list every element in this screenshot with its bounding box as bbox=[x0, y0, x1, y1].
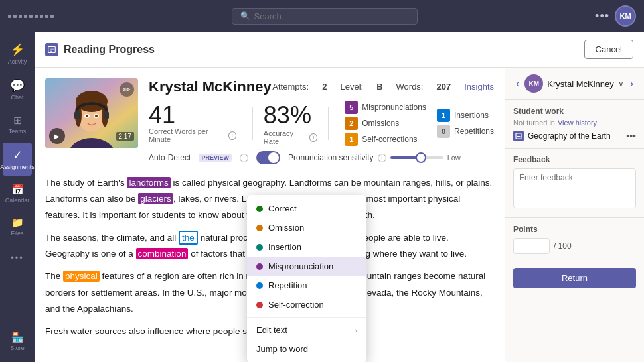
words-value: 207 bbox=[436, 82, 451, 91]
points-label: Points bbox=[513, 225, 636, 234]
top-bar-right: ••• KM bbox=[595, 5, 636, 27]
sidebar-item-more[interactable]: ••• bbox=[3, 247, 32, 268]
points-row: / 100 bbox=[513, 238, 636, 254]
video-overlay: ▶ 2:17 bbox=[49, 128, 134, 144]
sidebar-item-files[interactable]: 📁 Files bbox=[3, 211, 32, 242]
jump-to-word-label: Jump to word bbox=[256, 344, 308, 354]
svg-point-15 bbox=[95, 115, 98, 117]
context-menu: Correct Omission Insertion Mispronunciat… bbox=[247, 195, 366, 362]
reading-icon-svg bbox=[48, 46, 56, 54]
error-row-insertions: 1 Insertions bbox=[437, 109, 494, 122]
sidebar-item-assignments[interactable]: ✓ Assignments bbox=[3, 143, 32, 176]
video-thumbnail[interactable]: ▶ 2:17 ✏ bbox=[45, 78, 138, 148]
page-header-left: Reading Progress bbox=[45, 43, 155, 56]
sidebar-label-chat: Chat bbox=[11, 94, 23, 101]
repetition-dot bbox=[256, 282, 263, 289]
svg-point-14 bbox=[86, 115, 88, 117]
edit-video-button[interactable]: ✏ bbox=[120, 82, 134, 97]
panel-chevron-icon: ∨ bbox=[618, 79, 624, 88]
word-combination[interactable]: combination bbox=[136, 248, 189, 259]
word-physical[interactable]: physical bbox=[63, 271, 100, 282]
menu-item-jump-to-word[interactable]: Jump to word bbox=[247, 339, 366, 359]
not-turned-in-label: Not turned in bbox=[513, 119, 555, 127]
insertion-label: Insertions bbox=[454, 111, 489, 120]
menu-item-edit-text[interactable]: Edit text › bbox=[247, 320, 366, 339]
store-icon: 🏪 bbox=[11, 332, 24, 343]
insertion-menu-label: Insertion bbox=[268, 242, 301, 252]
accuracy-info-icon[interactable]: i bbox=[309, 133, 317, 142]
divider-2 bbox=[328, 107, 329, 140]
avatar[interactable]: KM bbox=[615, 5, 636, 27]
correct-dot bbox=[256, 206, 263, 212]
sidebar-label-store: Store bbox=[10, 345, 25, 351]
assignment-more-button[interactable]: ••• bbox=[626, 131, 636, 141]
sidebar-item-teams[interactable]: ⊞ Teams bbox=[3, 109, 32, 140]
sidebar-label-calendar: Calendar bbox=[5, 197, 30, 204]
more-options-button[interactable]: ••• bbox=[595, 9, 609, 23]
feedback-label: Feedback bbox=[513, 155, 636, 164]
level-value: B bbox=[376, 82, 382, 91]
assignment-row: Geography of the Earth ••• bbox=[513, 131, 636, 141]
word-landforms[interactable]: landforms bbox=[127, 177, 170, 188]
reading-area: ▶ 2:17 ✏ Krystal McKinney Attempts: 2 bbox=[35, 68, 505, 362]
low-label: Low bbox=[447, 154, 461, 162]
student-work-title: Student work bbox=[513, 107, 636, 116]
cwpm-info-icon[interactable]: i bbox=[228, 131, 236, 140]
sensitivity-slider[interactable] bbox=[390, 156, 443, 159]
panel-student-info: KM Krystal McKinney ∨ bbox=[524, 74, 624, 93]
mispronunciation-badge: 5 bbox=[345, 101, 358, 114]
sidebar-item-chat[interactable]: 💬 Chat bbox=[3, 73, 32, 106]
points-input[interactable] bbox=[513, 238, 550, 254]
menu-item-omission[interactable]: Omission bbox=[247, 218, 366, 237]
sidebar-item-calendar[interactable]: 📅 Calendar bbox=[3, 178, 32, 209]
sensitivity-info-icon[interactable]: i bbox=[378, 154, 386, 162]
menu-item-repetition[interactable]: Repetition bbox=[247, 276, 366, 295]
student-info: Krystal McKinney Attempts: 2 Level: B Wo… bbox=[149, 78, 494, 167]
self-correction-badge: 1 bbox=[345, 133, 358, 146]
panel-next-button[interactable]: › bbox=[627, 76, 636, 91]
self-correction-dot bbox=[256, 302, 263, 308]
omission-dot bbox=[256, 225, 263, 231]
search-input[interactable] bbox=[254, 11, 409, 21]
return-button[interactable]: Return bbox=[513, 268, 636, 288]
edit-text-label: Edit text bbox=[256, 325, 287, 335]
sidebar: ⚡ Activity 💬 Chat ⊞ Teams ✓ Assignments … bbox=[0, 32, 35, 362]
error-badges-left: 5 Mispronunciations 2 Omissions 1 Self-c… bbox=[345, 101, 426, 146]
assignment-icon-svg bbox=[515, 133, 522, 139]
menu-divider-1 bbox=[247, 317, 366, 318]
menu-item-mispronunciation[interactable]: Mispronunciation bbox=[247, 257, 366, 276]
controls-row: Auto-Detect PREVIEW i Pronunciation sens… bbox=[149, 151, 494, 164]
repetition-badge: 0 bbox=[437, 125, 450, 138]
panel-header: ‹ KM Krystal McKinney ∨ › bbox=[505, 68, 644, 100]
menu-item-insertion[interactable]: Insertion bbox=[247, 237, 366, 257]
body-area: ▶ 2:17 ✏ Krystal McKinney Attempts: 2 bbox=[35, 68, 644, 362]
cancel-button[interactable]: Cancel bbox=[584, 40, 633, 59]
view-history-link[interactable]: View history bbox=[558, 119, 597, 127]
auto-detect-info-icon[interactable]: i bbox=[240, 154, 248, 162]
search-bar[interactable]: 🔍 bbox=[232, 8, 418, 25]
menu-item-self-correction[interactable]: Self-correction bbox=[247, 295, 366, 314]
word-the[interactable]: the bbox=[179, 231, 198, 245]
cwpm-value: 41 bbox=[149, 103, 236, 127]
chat-icon: 💬 bbox=[10, 78, 25, 93]
insights-link[interactable]: Insights bbox=[464, 82, 494, 91]
menu-item-correct[interactable]: Correct bbox=[247, 199, 366, 218]
student-row: ▶ 2:17 ✏ Krystal McKinney Attempts: 2 bbox=[45, 78, 494, 167]
panel-prev-button[interactable]: ‹ bbox=[513, 76, 522, 91]
feedback-input[interactable] bbox=[513, 168, 636, 208]
error-badges-right: 1 Insertions 0 Repetitions bbox=[437, 109, 494, 138]
word-glaciers[interactable]: glaciers bbox=[138, 193, 173, 204]
accuracy-block: 83% Accuracy Rate i bbox=[264, 101, 317, 145]
auto-detect-toggle[interactable] bbox=[256, 151, 280, 164]
edit-text-arrow: › bbox=[355, 326, 357, 334]
accuracy-value: 83% bbox=[264, 101, 317, 129]
sidebar-item-activity[interactable]: ⚡ Activity bbox=[3, 37, 32, 70]
feedback-section: Feedback bbox=[505, 149, 644, 218]
sidebar-item-store[interactable]: 🏪 Store bbox=[3, 326, 32, 357]
self-correction-label: Self-corrections bbox=[362, 135, 417, 144]
stats-row: 41 Correct Words per Minute i 83% bbox=[149, 101, 494, 146]
app-launcher[interactable] bbox=[8, 15, 54, 18]
student-name: Krystal McKinney bbox=[149, 78, 272, 95]
play-button[interactable]: ▶ bbox=[49, 128, 65, 144]
teams-icon: ⊞ bbox=[13, 114, 22, 127]
